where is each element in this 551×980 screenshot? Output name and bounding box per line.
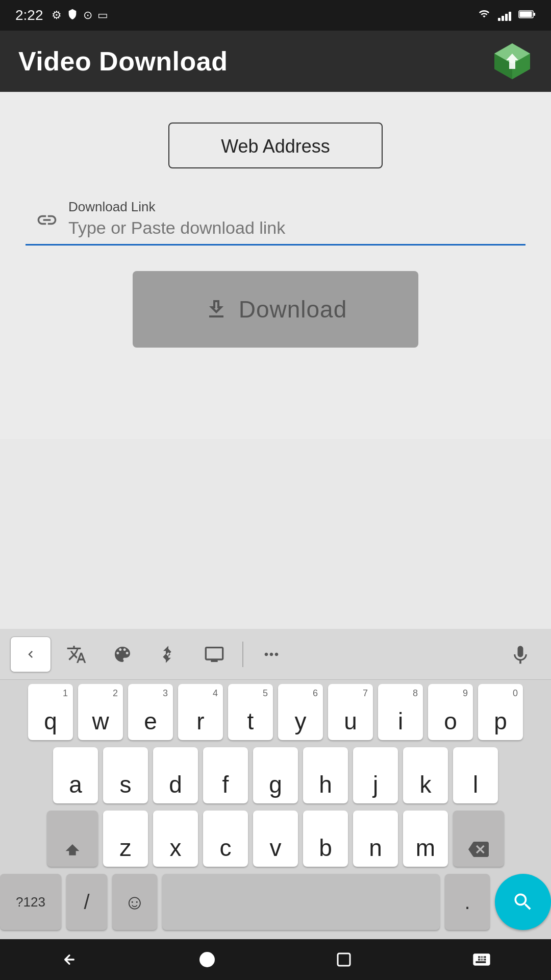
app-logo	[492, 41, 533, 82]
key-num-switch[interactable]: ?123	[0, 874, 61, 930]
key-row-4: ?123 / ☺ .	[0, 874, 551, 930]
nav-back-button[interactable]	[59, 949, 80, 970]
wifi-icon	[478, 8, 491, 22]
key-i[interactable]: 8i	[378, 684, 423, 740]
status-bar: 2:22 ⚙ ⊙ ▭	[0, 0, 551, 31]
at-icon: ⊙	[83, 9, 92, 22]
key-r[interactable]: 4r	[178, 684, 223, 740]
shield-icon	[67, 8, 78, 22]
battery-icon	[518, 10, 536, 21]
key-w[interactable]: 2w	[78, 684, 123, 740]
key-a[interactable]: a	[53, 747, 98, 803]
svg-rect-1	[520, 12, 532, 17]
link-icon	[36, 209, 58, 236]
key-row-3: z x c v b n m	[0, 811, 551, 867]
app-bar: Video Download	[0, 31, 551, 92]
key-q[interactable]: 1q	[28, 684, 73, 740]
keyboard-text-cursor-button[interactable]	[148, 636, 189, 672]
nav-bar	[0, 939, 551, 980]
keyboard-translate-button[interactable]	[56, 636, 97, 672]
key-y[interactable]: 6y	[278, 684, 323, 740]
key-row-2: a s d f g h j k l	[0, 747, 551, 803]
key-j[interactable]: j	[353, 747, 398, 803]
key-backspace[interactable]	[453, 811, 504, 867]
key-search[interactable]	[495, 874, 551, 930]
nav-home-button[interactable]	[198, 950, 216, 969]
keyboard-palette-button[interactable]	[102, 636, 143, 672]
key-space[interactable]	[162, 874, 440, 930]
key-emoji[interactable]: ☺	[112, 874, 157, 930]
keyboard-back-button[interactable]	[10, 636, 51, 672]
key-g[interactable]: g	[253, 747, 298, 803]
web-address-button[interactable]: Web Address	[168, 122, 383, 168]
key-f[interactable]: f	[203, 747, 248, 803]
key-shift[interactable]	[47, 811, 98, 867]
key-d[interactable]: d	[153, 747, 198, 803]
toolbar-divider	[242, 642, 243, 667]
key-k[interactable]: k	[403, 747, 448, 803]
download-button-label: Download	[239, 296, 347, 323]
key-n[interactable]: n	[353, 811, 398, 867]
key-c[interactable]: c	[203, 811, 248, 867]
key-e[interactable]: 3e	[128, 684, 173, 740]
keyboard-more-button[interactable]	[251, 636, 292, 672]
status-time: 2:22	[15, 7, 43, 23]
svg-point-8	[199, 952, 215, 967]
main-content: Web Address Download Link Download	[0, 92, 551, 439]
key-h[interactable]: h	[303, 747, 348, 803]
key-p[interactable]: 0p	[478, 684, 523, 740]
download-link-input[interactable]	[68, 218, 515, 238]
app-title: Video Download	[18, 46, 228, 77]
keyboard-rows: 1q 2w 3e 4r 5t 6y 7u 8i 9o 0p a s d f g …	[0, 680, 551, 939]
key-row-1: 1q 2w 3e 4r 5t 6y 7u 8i 9o 0p	[0, 684, 551, 740]
key-o[interactable]: 9o	[428, 684, 473, 740]
download-arrow-icon	[204, 297, 229, 322]
key-u[interactable]: 7u	[328, 684, 373, 740]
key-v[interactable]: v	[253, 811, 298, 867]
key-m[interactable]: m	[403, 811, 448, 867]
key-b[interactable]: b	[303, 811, 348, 867]
svg-rect-9	[338, 953, 350, 966]
key-z[interactable]: z	[103, 811, 148, 867]
nav-keyboard-button[interactable]	[471, 949, 492, 970]
download-button[interactable]: Download	[133, 271, 418, 348]
card-icon: ▭	[97, 9, 108, 22]
keyboard-screenshot-button[interactable]	[194, 636, 235, 672]
keyboard-toolbar	[0, 629, 551, 680]
key-period[interactable]: .	[445, 874, 490, 930]
svg-rect-2	[534, 13, 535, 16]
nav-recents-button[interactable]	[335, 950, 353, 969]
key-s[interactable]: s	[103, 747, 148, 803]
key-l[interactable]: l	[453, 747, 498, 803]
download-link-area: Download Link	[26, 199, 525, 246]
settings-icon: ⚙	[52, 9, 62, 22]
status-right-icons	[478, 8, 536, 22]
keyboard-mic-button[interactable]	[500, 636, 541, 672]
keyboard-container: 1q 2w 3e 4r 5t 6y 7u 8i 9o 0p a s d f g …	[0, 629, 551, 939]
signal-icon	[498, 10, 511, 21]
key-t[interactable]: 5t	[228, 684, 273, 740]
download-link-label: Download Link	[68, 199, 515, 215]
key-x[interactable]: x	[153, 811, 198, 867]
key-slash[interactable]: /	[66, 874, 107, 930]
